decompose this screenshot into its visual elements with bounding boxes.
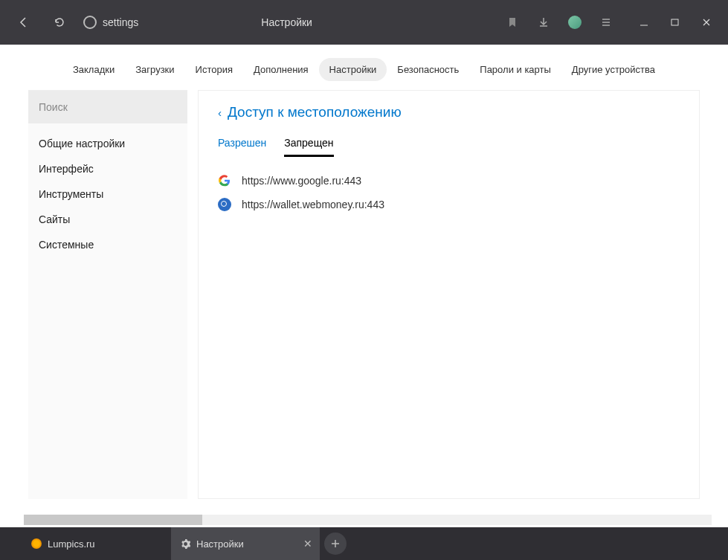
denied-sites-list: https://www.google.ru:443 https://wallet… [218, 174, 680, 211]
nav-security[interactable]: Безопасность [387, 58, 469, 81]
section-title: Доступ к местоположению [228, 104, 402, 120]
section-back-link[interactable]: ‹ Доступ к местоположению [218, 104, 680, 120]
browser-tabstrip: Lumpics.ru Настройки ✕ [0, 527, 728, 560]
nav-addons[interactable]: Дополнения [243, 58, 319, 81]
sidebar-search[interactable]: Поиск [28, 91, 187, 123]
nav-other-devices[interactable]: Другие устройства [561, 58, 666, 81]
browser-tab-settings[interactable]: Настройки ✕ [171, 527, 320, 560]
tab-label: Lumpics.ru [48, 538, 95, 550]
bookmark-icon[interactable] [502, 12, 523, 33]
chevron-left-icon: ‹ [218, 106, 222, 119]
gear-icon [180, 538, 190, 549]
site-url: https://www.google.ru:443 [242, 175, 361, 187]
maximize-button[interactable] [660, 10, 691, 34]
nav-passwords[interactable]: Пароли и карты [469, 58, 561, 81]
reload-button[interactable] [48, 10, 71, 34]
nav-settings[interactable]: Настройки [319, 58, 387, 81]
tab-allowed[interactable]: Разрешен [218, 137, 266, 157]
main-panel: ‹ Доступ к местоположению Разрешен Запре… [198, 90, 700, 499]
nav-history[interactable]: История [185, 58, 243, 81]
sidebar-item-general[interactable]: Общие настройки [28, 131, 187, 156]
tab-close-icon[interactable]: ✕ [303, 538, 312, 550]
new-tab-button[interactable] [324, 532, 347, 555]
tab-denied[interactable]: Запрещен [284, 137, 333, 157]
tab-label: Настройки [196, 538, 244, 550]
nav-bookmarks[interactable]: Закладки [62, 58, 125, 81]
lumpics-favicon-icon [31, 538, 42, 549]
downloads-icon[interactable] [533, 12, 554, 33]
nav-downloads[interactable]: Загрузки [125, 58, 184, 81]
settings-top-nav: Закладки Загрузки История Дополнения Нас… [0, 45, 728, 90]
menu-icon[interactable] [596, 12, 616, 33]
webmoney-favicon-icon [218, 198, 231, 211]
page-title: Настройки [71, 16, 502, 28]
google-favicon-icon [218, 174, 231, 187]
back-button[interactable] [12, 10, 36, 34]
profile-avatar[interactable] [564, 12, 585, 33]
sidebar-item-sites[interactable]: Сайты [28, 207, 187, 232]
site-url: https://wallet.webmoney.ru:443 [242, 199, 384, 210]
browser-tab-lumpics[interactable]: Lumpics.ru [22, 527, 171, 560]
sidebar-item-tools[interactable]: Инструменты [28, 181, 187, 207]
sidebar-item-interface[interactable]: Интерфейс [28, 156, 187, 181]
settings-sidebar: Поиск Общие настройки Интерфейс Инструме… [28, 90, 187, 499]
horizontal-scrollbar[interactable] [24, 515, 712, 525]
svg-rect-0 [671, 19, 678, 25]
workspace: Поиск Общие настройки Интерфейс Инструме… [0, 90, 728, 499]
permission-tabs: Разрешен Запрещен [218, 137, 680, 158]
site-row[interactable]: https://www.google.ru:443 [218, 174, 680, 187]
site-row[interactable]: https://wallet.webmoney.ru:443 [218, 198, 680, 211]
minimize-button[interactable] [628, 10, 660, 34]
scrollbar-thumb[interactable] [24, 515, 202, 525]
close-button[interactable] [691, 10, 722, 34]
window-titlebar: settings Настройки [0, 0, 728, 45]
sidebar-item-system[interactable]: Системные [28, 232, 187, 257]
